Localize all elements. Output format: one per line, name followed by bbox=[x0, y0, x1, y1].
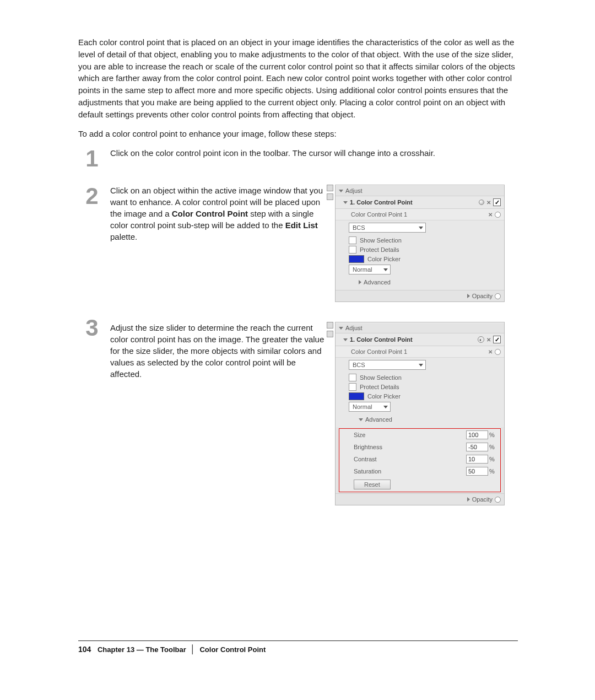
reset-button[interactable]: Reset bbox=[354, 480, 391, 489]
advanced-toggle[interactable]: Advanced bbox=[349, 277, 504, 288]
contrast-slider-row[interactable]: Contrast % bbox=[339, 453, 500, 465]
step-number: 2 bbox=[78, 185, 106, 208]
brightness-slider-row[interactable]: Brightness % bbox=[339, 441, 500, 453]
disclosure-triangle-icon bbox=[359, 280, 361, 284]
size-input[interactable] bbox=[466, 430, 488, 439]
palette-tab-icon bbox=[327, 322, 333, 329]
undo-icon[interactable] bbox=[478, 336, 484, 343]
advanced-sliders-highlight: Size % Brightness % Contrast % bbox=[339, 428, 501, 492]
page-footer: 104 Chapter 13 — The Toolbar │ Color Con… bbox=[78, 640, 518, 654]
disclosure-triangle-icon bbox=[359, 418, 363, 421]
brightness-input[interactable] bbox=[466, 443, 488, 451]
delete-icon[interactable]: ✕ bbox=[488, 349, 493, 355]
substep-body: BCS Show Selection Protect Details Color… bbox=[336, 358, 504, 427]
advanced-toggle[interactable]: Advanced bbox=[349, 414, 504, 425]
opacity-row[interactable]: Opacity bbox=[336, 290, 504, 301]
color-swatch[interactable] bbox=[349, 392, 364, 400]
section-label: Color Control Point bbox=[199, 645, 266, 654]
enable-step-checkbox[interactable]: ✓ bbox=[493, 198, 501, 206]
show-selection-checkbox[interactable] bbox=[349, 374, 356, 381]
enable-step-checkbox[interactable]: ✓ bbox=[493, 336, 501, 343]
opacity-row[interactable]: Opacity bbox=[336, 493, 504, 505]
panel-screenshot-step3: Adjust 1. Color Control Point ✕ ✓ Color … bbox=[335, 322, 505, 505]
opacity-radio-icon[interactable] bbox=[495, 497, 501, 503]
palette-tab-icon bbox=[327, 185, 333, 191]
status-dot-icon bbox=[479, 200, 484, 205]
show-selection-checkbox[interactable] bbox=[349, 236, 356, 244]
step-text: Click on the color control point icon in… bbox=[110, 147, 435, 159]
delete-icon[interactable]: ✕ bbox=[486, 200, 491, 206]
mode-dropdown[interactable]: BCS bbox=[349, 360, 426, 370]
contrast-input[interactable] bbox=[466, 455, 488, 464]
caret-down-icon bbox=[383, 406, 388, 408]
mode-dropdown[interactable]: BCS bbox=[349, 223, 426, 233]
substep-radio-icon[interactable] bbox=[495, 349, 501, 355]
adjust-section-header[interactable]: Adjust bbox=[336, 322, 504, 333]
disclosure-triangle-icon bbox=[343, 338, 348, 341]
saturation-input[interactable] bbox=[466, 467, 488, 476]
step-3: 3 Adjust the size slider to determine th… bbox=[78, 316, 518, 505]
size-slider-row[interactable]: Size % bbox=[339, 429, 500, 441]
step-number: 3 bbox=[78, 316, 106, 340]
disclosure-triangle-icon bbox=[467, 294, 470, 298]
disclosure-triangle-icon bbox=[343, 201, 348, 204]
disclosure-triangle-icon bbox=[339, 190, 343, 192]
blend-mode-dropdown[interactable]: Normal bbox=[349, 265, 391, 274]
steps-list: 1 Click on the color control point icon … bbox=[78, 147, 518, 505]
substep-header[interactable]: Color Control Point 1 ✕ bbox=[336, 346, 504, 358]
step-2: 2 Click on an object within the active i… bbox=[78, 185, 518, 302]
color-control-point-step-header[interactable]: 1. Color Control Point ✕ ✓ bbox=[336, 333, 504, 346]
opacity-radio-icon[interactable] bbox=[495, 293, 501, 299]
panel-screenshot-step2: Adjust 1. Color Control Point ✕ ✓ Color … bbox=[335, 185, 505, 302]
caret-down-icon bbox=[383, 268, 388, 271]
caret-down-icon bbox=[419, 364, 423, 367]
caret-down-icon bbox=[419, 227, 423, 229]
disclosure-triangle-icon bbox=[467, 497, 470, 502]
protect-details-checkbox[interactable] bbox=[349, 383, 356, 391]
lead-sentence: To add a color control point to enhance … bbox=[78, 129, 518, 138]
color-swatch[interactable] bbox=[349, 255, 364, 263]
step-text: Click on an object within the active ima… bbox=[110, 185, 325, 243]
intro-paragraph: Each color control point that is placed … bbox=[78, 36, 518, 120]
palette-tab-icon bbox=[327, 331, 333, 337]
substep-header[interactable]: Color Control Point 1 ✕ bbox=[336, 209, 504, 220]
blend-mode-dropdown[interactable]: Normal bbox=[349, 402, 391, 412]
delete-icon[interactable]: ✕ bbox=[488, 212, 493, 218]
delete-icon[interactable]: ✕ bbox=[486, 337, 491, 343]
protect-details-checkbox[interactable] bbox=[349, 246, 356, 254]
saturation-slider-row[interactable]: Saturation % bbox=[339, 465, 500, 477]
page-number: 104 bbox=[78, 645, 91, 654]
substep-body: BCS Show Selection Protect Details Color… bbox=[336, 220, 504, 290]
step-1: 1 Click on the color control point icon … bbox=[78, 147, 518, 170]
chapter-label: Chapter 13 — The Toolbar bbox=[98, 645, 186, 654]
disclosure-triangle-icon bbox=[339, 327, 343, 330]
step-text: Adjust the size slider to determine the … bbox=[110, 322, 325, 380]
palette-tab-icon bbox=[327, 193, 333, 200]
adjust-section-header[interactable]: Adjust bbox=[336, 185, 504, 196]
substep-radio-icon[interactable] bbox=[495, 212, 501, 218]
color-control-point-step-header[interactable]: 1. Color Control Point ✕ ✓ bbox=[336, 196, 504, 209]
step-number: 1 bbox=[78, 147, 106, 170]
